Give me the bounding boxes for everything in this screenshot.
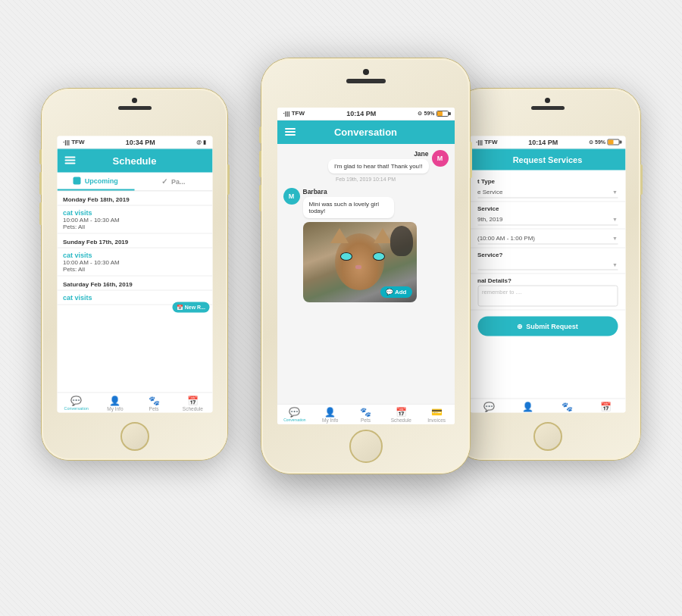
nav-myinfo-label: My Info (107, 405, 123, 411)
left-home-button[interactable] (120, 422, 149, 451)
past-tab[interactable]: ✓ Pa... (135, 172, 213, 190)
time-select[interactable]: (10:00 AM - 1:00 PM) ▼ (477, 232, 618, 244)
submit-request-button[interactable]: ⊕ Submit Request (477, 316, 618, 336)
details-textarea[interactable]: remember to .... (477, 285, 618, 306)
nav-myinfo[interactable]: 👤 My Info (95, 396, 134, 411)
right-bottom-nav: 💬 👤 🐾 📅 (470, 398, 625, 412)
center-myinfo-icon: 👤 (324, 408, 336, 417)
schedule-item-2[interactable]: cat visits 10:00 AM - 10:30 AM Pets: All (57, 248, 212, 276)
phones-container: ·||| TFW 10:34 PM @ ▮ Schedule Upcoming … (30, 13, 652, 604)
type-value: e Service (477, 188, 502, 195)
time-arrow: ▼ (612, 235, 618, 240)
phone-right: ·||| TFW 10:14 PM ⊙ 59% Request Services… (455, 89, 640, 460)
right-header-title: Request Services (513, 155, 583, 164)
right-nav-schedule[interactable]: 📅 (587, 402, 625, 411)
right-phone-screen: ·||| TFW 10:14 PM ⊙ 59% Request Services… (470, 136, 625, 412)
type-arrow: ▼ (612, 189, 618, 194)
service-select[interactable]: 9th, 2019 ▼ (477, 213, 618, 225)
right-time: 10:14 PM (528, 138, 558, 145)
upcoming-tab[interactable]: Upcoming (57, 172, 135, 190)
schedule-icon: 📅 (187, 396, 199, 405)
nav-conversation[interactable]: 💬 Conversation (57, 396, 95, 411)
center-nav-invoices-label: Invoices (427, 417, 446, 423)
form-service2-section: Service? ▼ (470, 248, 625, 274)
center-header-title: Conversation (334, 127, 397, 138)
service-label: Service (477, 205, 618, 211)
nav-schedule[interactable]: 📅 Schedule (174, 396, 212, 411)
center-time: 10:14 PM (346, 110, 376, 117)
jane-message-text: I'm glad to hear that! Thank you!! (328, 159, 429, 174)
jane-message-time: Feb 19th, 2019 10:14 PM (277, 177, 455, 182)
service-value: 9th, 2019 (477, 215, 502, 222)
right-signal: ·||| TFW (476, 139, 497, 145)
type-select[interactable]: e Service ▼ (477, 186, 618, 198)
item-1-time: 10:00 AM - 10:30 AM (63, 216, 206, 223)
left-phone-screen: ·||| TFW 10:34 PM @ ▮ Schedule Upcoming … (57, 136, 212, 412)
center-signal: ·||| TFW (283, 110, 305, 117)
item-2-pets: Pets: All (63, 265, 206, 272)
right-myinfo-icon: 👤 (522, 402, 533, 411)
right-nav-conversation[interactable]: 💬 (470, 402, 508, 411)
barbara-avatar: M (283, 188, 300, 205)
schedule-tabs: Upcoming ✓ Pa... (57, 172, 212, 191)
jane-sender-name: Jane (283, 150, 429, 158)
right-status-bar: ·||| TFW 10:14 PM ⊙ 59% (470, 136, 625, 149)
submit-icon: ⊕ (517, 322, 523, 330)
center-nav-myinfo[interactable]: 👤 My Info (312, 408, 348, 423)
barbara-message-row: M Barbara Mini was such a lovely girl to… (283, 188, 449, 302)
cat-image: 💬 Add (303, 222, 417, 302)
center-nav-schedule[interactable]: 📅 Schedule (383, 408, 419, 423)
submit-label: Submit Request (526, 322, 578, 330)
right-header: Request Services (470, 149, 625, 170)
date-header-1: Monday Feb 18th, 2019 (57, 191, 212, 205)
center-invoices-icon: 💳 (431, 408, 443, 417)
form-type-section: t Type e Service ▼ (470, 174, 625, 202)
left-bottom-nav: 💬 Conversation 👤 My Info 🐾 Pets 📅 Schedu… (57, 392, 212, 412)
center-status-bar: ·||| TFW 10:14 PM ⊙ 59% (277, 108, 455, 120)
center-icons: ⊙ 59% (418, 111, 448, 117)
right-nav-pets[interactable]: 🐾 (548, 402, 587, 411)
nav-pets[interactable]: 🐾 Pets (135, 396, 174, 411)
nav-pets-label: Pets (149, 405, 159, 411)
service2-arrow: ▼ (612, 261, 618, 267)
time-value: (10:00 AM - 1:00 PM) (477, 234, 535, 241)
add-button[interactable]: 💬 Add (380, 286, 412, 298)
center-bottom-nav: 💬 Conversation 👤 My Info 🐾 Pets 📅 Schedu… (277, 404, 455, 424)
right-pets-icon: 🐾 (562, 402, 573, 411)
new-button-label: New R... (185, 305, 205, 310)
barbara-message-text: Mini was such a lovely girl today! (303, 197, 394, 218)
form-details-section: nal Details? remember to .... (470, 274, 625, 310)
left-menu-icon[interactable] (64, 157, 75, 164)
center-home-button[interactable] (349, 430, 383, 463)
center-nav-pets[interactable]: 🐾 Pets (348, 408, 383, 423)
service2-select[interactable]: ▼ (477, 259, 618, 270)
center-phone-screen: ·||| TFW 10:14 PM ⊙ 59% Conversation (277, 108, 455, 424)
center-nav-invoices[interactable]: 💳 Invoices (419, 408, 455, 423)
type-label: t Type (477, 177, 618, 184)
jane-avatar: M (432, 150, 449, 167)
details-label: nal Details? (477, 277, 618, 283)
center-pets-icon: 🐾 (360, 408, 371, 417)
left-signal: ·||| TFW (63, 139, 84, 145)
phone-center: ·||| TFW 10:14 PM ⊙ 59% Conversation (261, 58, 470, 474)
left-header: Schedule (57, 149, 212, 172)
new-button[interactable]: 📅 New R... (173, 302, 209, 312)
item-1-pets: Pets: All (63, 223, 206, 230)
center-nav-myinfo-label: My Info (322, 417, 338, 423)
upcoming-tab-label: Upcoming (85, 177, 118, 184)
phone-left: ·||| TFW 10:34 PM @ ▮ Schedule Upcoming … (42, 89, 227, 460)
right-home-button[interactable] (533, 422, 562, 451)
center-nav-conversation[interactable]: 💬 Conversation (277, 408, 313, 423)
schedule-item-1[interactable]: cat visits 10:00 AM - 10:30 AM Pets: All (57, 205, 212, 233)
nav-schedule-label: Schedule (183, 405, 203, 411)
add-button-label: Add (395, 289, 407, 295)
barbara-sender-name: Barbara (303, 188, 417, 195)
right-conversation-icon: 💬 (483, 402, 495, 411)
schedule-content: Monday Feb 18th, 2019 cat visits 10:00 A… (57, 191, 212, 392)
form-service-section: Service 9th, 2019 ▼ (470, 202, 625, 229)
service2-label: Service? (477, 251, 618, 258)
item-2-time: 10:00 AM - 10:30 AM (63, 258, 206, 265)
center-conversation-icon: 💬 (289, 408, 300, 417)
center-menu-icon[interactable] (285, 128, 296, 136)
right-nav-myinfo[interactable]: 👤 (508, 402, 547, 411)
